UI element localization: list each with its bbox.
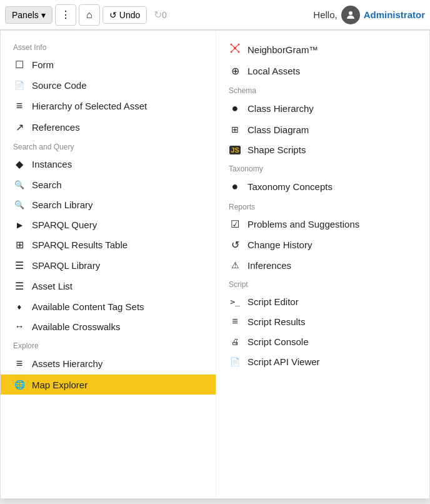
menu-item-label: Instances <box>32 159 72 169</box>
sparql-lib-icon <box>13 260 26 271</box>
neighborgram-icon <box>229 43 241 56</box>
menu-item-label: Hierarchy of Selected Asset <box>32 101 147 111</box>
menu-item-assets-hierarchy[interactable]: Assets Hierarchy <box>1 353 216 375</box>
section-label: Schema <box>216 81 429 98</box>
menu-item-source-code[interactable]: Source Code <box>1 75 216 95</box>
menu-item-class-diagram[interactable]: Class Diagram <box>216 119 429 139</box>
chevron-down-icon: ▾ <box>41 10 46 20</box>
undo-label: Undo <box>119 10 140 20</box>
menu-item-label: Class Hierarchy <box>248 103 314 114</box>
tag-icon <box>13 301 26 312</box>
menu-item-sparql-library[interactable]: SPARQL Library <box>1 255 216 276</box>
menu-item-label: References <box>32 122 80 133</box>
menu-item-problems[interactable]: Problems and Suggestions <box>216 214 429 234</box>
section-label: Taxonomy <box>216 159 429 176</box>
menu-item-map-explorer[interactable]: Map Explorer <box>1 375 216 395</box>
home-button[interactable]: ⌂ <box>79 4 100 26</box>
problems-icon <box>229 218 241 230</box>
undo-count: 0 <box>162 10 167 20</box>
undo-button[interactable]: ↺ Undo <box>102 6 147 24</box>
menu-item-label: Inferences <box>248 260 291 271</box>
sparql-icon <box>13 219 26 230</box>
instances-icon <box>13 158 26 170</box>
menu-item-inferences[interactable]: Inferences <box>216 255 429 275</box>
menu-item-asset-list[interactable]: Asset List <box>1 276 216 296</box>
section-label: Search and Query <box>1 138 216 154</box>
menu-item-hierarchy-selected[interactable]: Hierarchy of Selected Asset <box>1 95 216 117</box>
menu-item-label: Map Explorer <box>32 380 88 390</box>
menu-item-label: Search <box>32 179 62 190</box>
left-column: Asset InfoFormSource CodeHierarchy of Se… <box>1 31 216 498</box>
menu-item-shape-scripts[interactable]: Shape Scripts <box>216 139 429 159</box>
section-label: Asset Info <box>1 38 216 54</box>
menu-item-form[interactable]: Form <box>1 54 216 75</box>
svg-point-7 <box>238 44 240 46</box>
map-icon <box>13 379 26 390</box>
menu-item-change-history[interactable]: Change History <box>216 234 429 255</box>
menu-item-label: Source Code <box>32 80 87 91</box>
menu-item-script-api[interactable]: Script API Viewer <box>216 351 429 371</box>
shape-icon <box>229 144 241 155</box>
user-name-link[interactable]: Administrator <box>364 9 425 20</box>
menu-item-instances[interactable]: Instances <box>1 154 216 174</box>
hello-text: Hello, <box>313 9 337 20</box>
menu-item-label: Script Editor <box>248 296 299 307</box>
script-editor-icon <box>229 296 241 307</box>
menu-item-search[interactable]: Search <box>1 174 216 194</box>
inferences-icon <box>229 260 241 271</box>
menu-item-label: Available Content Tag Sets <box>32 301 144 312</box>
asset-list-icon <box>13 280 26 292</box>
menu-item-sparql-query[interactable]: SPARQL Query <box>1 214 216 234</box>
class-hier-icon <box>229 102 241 115</box>
svg-point-8 <box>231 51 232 53</box>
menu-item-label: Class Diagram <box>248 124 309 135</box>
script-results-icon <box>229 316 241 327</box>
redo-icon: ↻ <box>154 9 162 21</box>
menu-item-script-results[interactable]: Script Results <box>216 311 429 331</box>
menu-item-class-hierarchy[interactable]: Class Hierarchy <box>216 98 429 119</box>
search-icon <box>13 179 26 190</box>
menu-item-references[interactable]: References <box>1 117 216 138</box>
user-info: Hello, Administrator <box>313 6 425 24</box>
menu-item-label: Form <box>32 59 54 70</box>
menu-item-label: SPARQL Results Table <box>32 239 128 250</box>
menu-item-label: SPARQL Query <box>32 219 97 230</box>
menu-item-label: Script API Viewer <box>248 356 320 367</box>
menu-item-label: NeighborGram™ <box>248 44 318 55</box>
menu-item-label: SPARQL Library <box>32 260 100 271</box>
menu-item-crosswalks[interactable]: Available Crosswalks <box>1 316 216 336</box>
local-assets-icon <box>229 65 241 77</box>
topbar: Panels ▾ ⋮ ⌂ ↺ Undo ↻ 0 Hello, Administr… <box>0 0 430 30</box>
redo-button[interactable]: ↻ 0 <box>149 4 171 26</box>
menu-item-label: Search Library <box>32 199 93 210</box>
sparql-table-icon <box>13 239 26 251</box>
assets-hier-icon <box>13 357 26 370</box>
avatar <box>341 6 360 24</box>
panels-button[interactable]: Panels ▾ <box>5 6 52 24</box>
section-label: Reports <box>216 198 429 214</box>
menu-item-label: Asset List <box>32 281 72 291</box>
panels-label: Panels <box>12 10 39 20</box>
source-icon <box>13 79 26 91</box>
menu-item-label: Available Crosswalks <box>32 321 120 332</box>
class-diagram-icon <box>229 124 241 135</box>
hierarchy-icon <box>13 99 26 113</box>
menu-item-label: Shape Scripts <box>248 144 306 155</box>
menu-item-script-editor[interactable]: Script Editor <box>216 291 429 311</box>
more-options-button[interactable]: ⋮ <box>55 4 76 26</box>
menu-item-search-library[interactable]: Search Library <box>1 194 216 214</box>
menu-item-script-console[interactable]: Script Console <box>216 331 429 351</box>
references-icon <box>13 121 26 133</box>
menu-item-label: Change History <box>248 239 312 250</box>
menu-item-label: Local Assets <box>248 66 300 76</box>
menu-item-taxonomy-concepts[interactable]: Taxonomy Concepts <box>216 176 429 198</box>
menu-item-content-tag-sets[interactable]: Available Content Tag Sets <box>1 296 216 316</box>
menu-item-neighborgram[interactable]: NeighborGram™ <box>216 38 429 61</box>
menu-item-local-assets[interactable]: Local Assets <box>216 61 429 81</box>
script-api-icon <box>229 356 241 367</box>
menu-item-label: Taxonomy Concepts <box>248 181 332 192</box>
search-lib-icon <box>13 199 26 210</box>
change-icon <box>229 239 241 251</box>
crosswalk-icon <box>13 321 26 332</box>
menu-item-sparql-results[interactable]: SPARQL Results Table <box>1 234 216 255</box>
